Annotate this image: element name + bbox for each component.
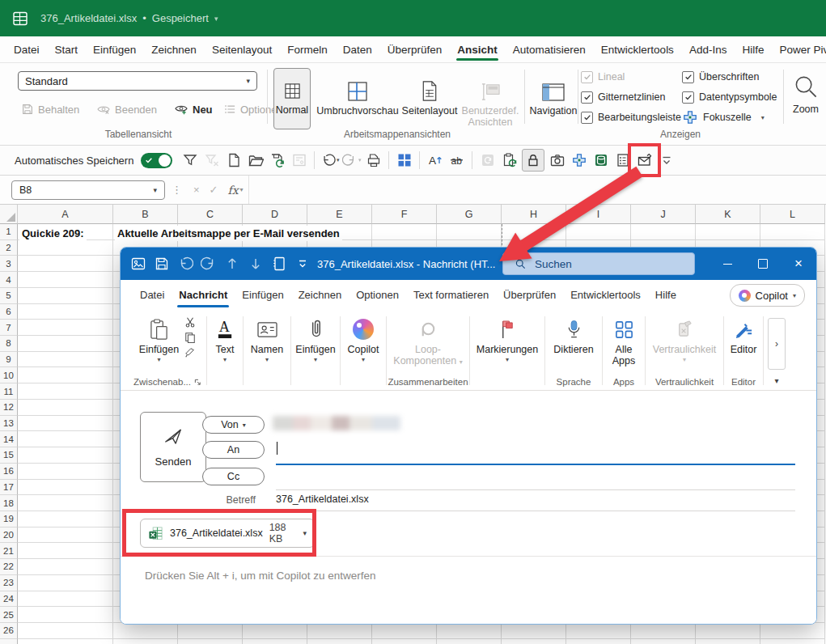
cell-A15[interactable] (18, 447, 113, 464)
undo-icon[interactable] (177, 256, 193, 272)
cell-D26[interactable] (243, 623, 307, 639)
cell-A19[interactable] (18, 511, 113, 527)
all-apps-button[interactable]: Alle Apps Apps (603, 313, 645, 390)
cell-B26[interactable] (113, 623, 178, 639)
cell-G27[interactable] (437, 639, 502, 644)
normal-view-button[interactable]: Normal (273, 68, 311, 129)
excel-tab-formeln[interactable]: Formeln (285, 39, 330, 61)
redo-icon[interactable]: ▾ (342, 150, 361, 171)
row-header-2[interactable]: 2 (0, 240, 18, 256)
attachment-chevron-icon[interactable]: ▾ (303, 529, 307, 537)
column-header-D[interactable]: D (243, 205, 307, 224)
excel-tab-power-pivot[interactable]: Power Pivot (777, 39, 826, 61)
exit-view-button[interactable]: Beenden (96, 99, 157, 120)
properties-icon[interactable] (613, 150, 632, 171)
row-header-14[interactable]: 14 (0, 431, 18, 447)
cell-A1-text[interactable]: Quickie 209: (19, 226, 87, 241)
keep-view-button[interactable]: Behalten (21, 99, 79, 120)
column-header-A[interactable]: A (18, 205, 113, 224)
cell-L1[interactable] (760, 224, 825, 240)
lineal-checkbox[interactable] (581, 71, 593, 83)
outlook-search-box[interactable]: Suchen (502, 252, 695, 275)
excel-tab-automatisieren[interactable]: Automatisieren (510, 39, 588, 61)
minimize-button[interactable] (710, 248, 745, 280)
copilot-ribbon-button[interactable]: Copilot ▾ (341, 313, 386, 390)
row-header-26[interactable]: 26 (0, 623, 18, 639)
cell-A9[interactable] (18, 352, 113, 368)
row-header-15[interactable]: 15 (0, 447, 18, 464)
redo-icon[interactable] (201, 256, 217, 272)
cell-A21[interactable] (18, 543, 113, 559)
loop-components-button[interactable]: Loop- Komponenten ▾ Zusammenarbeiten (387, 313, 469, 390)
cell-E26[interactable] (307, 623, 372, 639)
navigation-button[interactable]: Navigation (529, 70, 578, 117)
cell-A4[interactable] (18, 272, 113, 288)
dictate-button[interactable]: Diktieren Sprache (545, 313, 602, 390)
row-header-19[interactable]: 19 (0, 511, 18, 527)
sensitivity-button[interactable]: Vertraulichkeit ▾ Vertraulichkeit (646, 313, 723, 390)
camera-icon[interactable] (548, 150, 566, 171)
column-header-J[interactable]: J (631, 205, 696, 224)
datentypsymbole-checkbox[interactable] (682, 91, 694, 104)
cc-button[interactable]: Cc (202, 468, 265, 485)
row-header-25[interactable]: 25 (0, 607, 18, 623)
cell-B1-text[interactable]: Aktuelle Arbeitsmappe per E-Mail versend… (115, 226, 342, 241)
cell-L26[interactable] (760, 623, 825, 639)
copy-icon[interactable] (184, 332, 196, 343)
cell-H26[interactable] (502, 623, 566, 639)
column-header-I[interactable]: I (566, 205, 631, 224)
cell-A13[interactable] (18, 416, 113, 432)
sheet-view-combobox[interactable]: Standard ▾ (18, 71, 257, 91)
column-header-F[interactable]: F (372, 205, 437, 224)
cc-field-underline[interactable] (276, 489, 795, 490)
excel-tab-ansicht[interactable]: Ansicht (455, 39, 500, 61)
row-header-7[interactable]: 7 (0, 320, 18, 336)
save-status-chevron-icon[interactable]: ▾ (214, 15, 218, 23)
subject-field-underline[interactable] (276, 511, 795, 511)
column-header-K[interactable]: K (696, 205, 760, 224)
maximize-button[interactable] (745, 248, 781, 280)
row-header-17[interactable]: 17 (0, 480, 18, 496)
row-header-12[interactable]: 12 (0, 400, 18, 416)
cell-F27[interactable] (372, 639, 437, 644)
to-button[interactable]: An (202, 441, 265, 459)
row-header-6[interactable]: 6 (0, 304, 18, 320)
excel-tab-überprüfen[interactable]: Überprüfen (385, 39, 445, 61)
row-header-4[interactable]: 4 (0, 272, 18, 288)
center-focus-icon[interactable] (570, 150, 588, 171)
show-option-datentypsymbole[interactable]: Datentypsymbole (682, 90, 777, 104)
copilot-button[interactable]: Copilot ▾ (730, 284, 805, 307)
cell-A7[interactable] (18, 320, 113, 336)
name-box[interactable]: B8 ▾ (11, 180, 165, 200)
enter-check-icon[interactable]: ✓ (210, 184, 218, 196)
row-header-9[interactable]: 9 (0, 352, 18, 368)
move-up-icon[interactable] (224, 256, 240, 272)
column-header-C[interactable]: C (178, 205, 243, 224)
form-icon[interactable] (290, 150, 308, 171)
cell-K26[interactable] (696, 623, 760, 639)
cell-A22[interactable] (18, 559, 113, 575)
row-header-3[interactable]: 3 (0, 256, 18, 272)
outlook-tab-hilfe[interactable]: Hilfe (654, 282, 678, 307)
undo-icon[interactable]: ▾ (320, 150, 339, 171)
text-styles-button[interactable]: A Text ▾ (207, 313, 243, 390)
toolbar-overflow-icon[interactable] (294, 256, 311, 272)
cut-icon[interactable] (184, 316, 196, 328)
row-header-20[interactable]: 20 (0, 527, 18, 544)
cell-A2[interactable] (18, 240, 113, 256)
open-file-icon[interactable] (246, 150, 265, 171)
cancel-icon[interactable]: × (193, 184, 200, 196)
attachment-chip[interactable]: 376_Artikeldatei.xlsx 188 KB ▾ (140, 519, 315, 548)
insert-function-icon[interactable]: fx (228, 184, 239, 197)
row-header-21[interactable]: 21 (0, 543, 18, 559)
custom-views-button[interactable]: Benutzerdef. Ansichten (460, 70, 521, 128)
bearbeitungsleiste-checkbox[interactable] (581, 112, 593, 124)
outlook-tab-text-formatieren[interactable]: Text formatieren (412, 282, 490, 307)
cell-J26[interactable] (631, 623, 696, 639)
column-header-B[interactable]: B (113, 205, 178, 224)
excel-tab-start[interactable]: Start (53, 39, 81, 61)
row-header-13[interactable]: 13 (0, 416, 18, 432)
save-status[interactable]: Gespeichert (152, 12, 209, 24)
excel-tab-datei[interactable]: Datei (11, 39, 42, 61)
cell-A10[interactable] (18, 367, 113, 383)
